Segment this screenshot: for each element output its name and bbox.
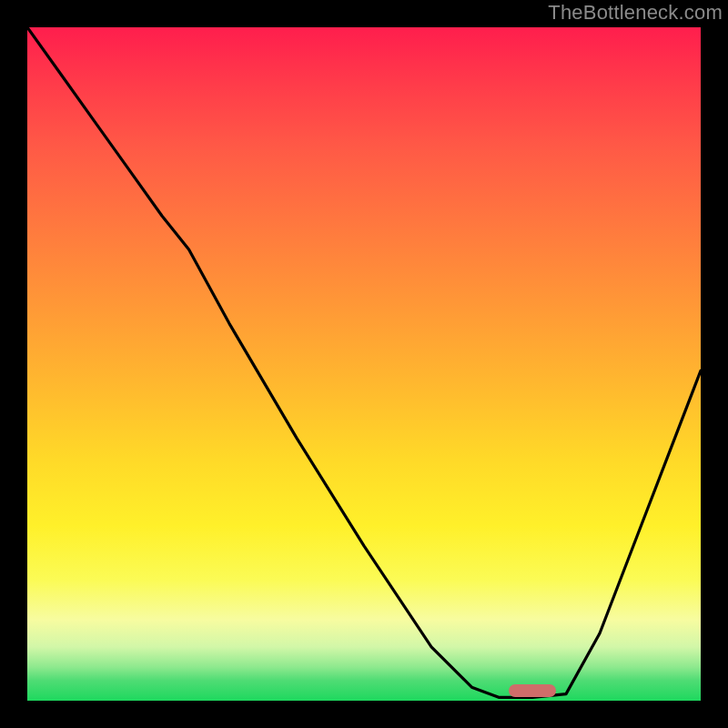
optimal-range-marker <box>509 684 556 697</box>
bottleneck-curve <box>27 27 701 701</box>
plot-area <box>27 27 701 701</box>
chart-frame: TheBottleneck.com <box>0 0 728 728</box>
watermark-text: TheBottleneck.com <box>548 0 723 27</box>
